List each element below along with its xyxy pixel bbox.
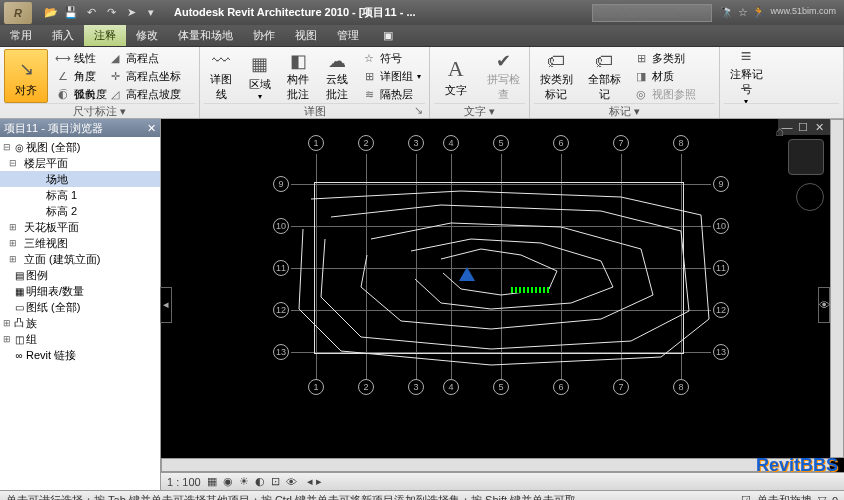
status-hint: 单击可进行选择；按 Tab 键并单击可选择其他项目；按 Ctrl 键并单击可将新… xyxy=(6,493,576,500)
region-button[interactable]: ▦区域▾ xyxy=(243,49,278,103)
qat-dropdown-icon[interactable]: ▾ xyxy=(142,4,160,22)
grid-bubble: 8 xyxy=(673,135,689,151)
dim-aligned-icon: ↘ xyxy=(12,55,40,83)
qat-cursor-icon[interactable]: ➤ xyxy=(122,4,140,22)
view-control-bar: 1 : 100 ▦ ◉ ☀ ◐ ⊡ 👁 ◂ ▸ xyxy=(161,472,844,490)
views-icon: ◎ xyxy=(12,141,26,153)
qat-save-icon[interactable]: 💾 xyxy=(62,4,80,22)
tab-home[interactable]: 常用 xyxy=(0,25,42,46)
dim-linear-button[interactable]: ⟷线性 xyxy=(52,49,100,67)
dim-arclen-button[interactable]: ⌒弧长度 xyxy=(52,85,111,103)
nav-left-handle[interactable]: ◂ xyxy=(160,287,172,323)
grp-icon: ◫ xyxy=(12,333,26,345)
grid-bubble: 12 xyxy=(273,302,289,318)
grid-bubble: 2 xyxy=(358,135,374,151)
spot-elev-icon: ◢ xyxy=(108,51,122,65)
status-bar: 单击可进行选择；按 Tab 键并单击可选择其他项目；按 Ctrl 键并单击可将新… xyxy=(0,490,844,500)
scale-label[interactable]: 1 : 100 xyxy=(167,476,201,488)
help-search-input[interactable] xyxy=(592,4,712,22)
tab-view[interactable]: 视图 xyxy=(285,25,327,46)
detail-level-icon[interactable]: ▦ xyxy=(207,475,217,488)
filter-icon[interactable]: ▽ xyxy=(818,494,826,500)
window-title: Autodesk Revit Architecture 2010 - [项目11… xyxy=(174,5,416,20)
tree-site: 场地 xyxy=(0,171,160,187)
grid-bubble: 11 xyxy=(273,260,289,276)
drawing-view[interactable]: — ☐ ✕ ▾ ⌂ xyxy=(161,119,844,490)
press-drag-icon[interactable]: ☑ xyxy=(741,494,751,500)
man-icon[interactable]: 🏃 xyxy=(752,6,766,19)
insulation-button[interactable]: ≋隔热层 xyxy=(358,85,425,103)
title-utilities: 🔭 ☆ 🏃 www.51bim.com xyxy=(712,6,844,19)
grid-bubble: 11 xyxy=(713,260,729,276)
tag-bycat-button[interactable]: 🏷按类别 标记 xyxy=(534,49,578,103)
shadow-icon[interactable]: ◐ xyxy=(255,475,265,488)
qat-redo-icon[interactable]: ↷ xyxy=(102,4,120,22)
nav-arrows[interactable]: ◂ ▸ xyxy=(307,475,322,488)
sun-icon[interactable]: ☀ xyxy=(239,475,249,488)
hide-icon[interactable]: 👁 xyxy=(286,476,297,488)
tree-views-root: ⊟◎视图 (全部) xyxy=(0,139,160,155)
tab-insert[interactable]: 插入 xyxy=(42,25,84,46)
crop-icon[interactable]: ⊡ xyxy=(271,475,280,488)
tab-collab[interactable]: 协作 xyxy=(243,25,285,46)
grid-bubble: 6 xyxy=(553,379,569,395)
visual-style-icon[interactable]: ◉ xyxy=(223,475,233,488)
topography xyxy=(161,119,841,459)
grid-bubble: 5 xyxy=(493,135,509,151)
scroll-vertical[interactable] xyxy=(830,119,844,458)
tree-floorplans: ⊟楼层平面 xyxy=(0,155,160,171)
comm-icon[interactable]: ☆ xyxy=(738,6,748,19)
tag-all-button[interactable]: 🏷全部标记 xyxy=(582,49,626,103)
viewref-button: ◎视图参照 xyxy=(630,85,700,103)
spellcheck-button: ✔拼写检查 xyxy=(482,49,526,103)
tab-extra-icon[interactable]: ▣ xyxy=(369,25,407,46)
tab-modify[interactable]: 修改 xyxy=(126,25,168,46)
symbol-button[interactable]: ☆符号 xyxy=(358,49,425,67)
grid-bubble: 7 xyxy=(613,379,629,395)
app-icon[interactable]: R xyxy=(4,2,32,24)
tab-massing[interactable]: 体量和场地 xyxy=(168,25,243,46)
panel-text-label[interactable]: 文字 ▾ xyxy=(464,105,495,117)
grid-bubble: 13 xyxy=(713,344,729,360)
browser-title: 项目11 - 项目浏览器 xyxy=(4,121,103,136)
tree-groups: ⊞◫组 xyxy=(0,331,160,347)
browser-tree[interactable]: ⊟◎视图 (全部) ⊟楼层平面 场地 标高 1 标高 2 ⊞天花板平面 ⊞三维视… xyxy=(0,137,160,490)
binoculars-icon[interactable]: 🔭 xyxy=(720,6,734,19)
component-button[interactable]: ◧构件 批注 xyxy=(281,49,316,103)
qat-undo-icon[interactable]: ↶ xyxy=(82,4,100,22)
dim-aligned-button[interactable]: ↘对齐 xyxy=(4,49,48,103)
tree-legend: ▤图例 xyxy=(0,267,160,283)
quick-access-toolbar: 📂 💾 ↶ ↷ ➤ ▾ xyxy=(36,4,166,22)
grid-bubble: 3 xyxy=(408,379,424,395)
status-right-text: 单击和拖拽 xyxy=(757,493,812,500)
material-button[interactable]: ◨材质 xyxy=(630,67,700,85)
tree-level1: 标高 1 xyxy=(0,187,160,203)
spot-coord-button[interactable]: ✛高程点坐标 xyxy=(104,67,185,85)
text-button[interactable]: A文字 xyxy=(434,49,478,103)
qat-open-icon[interactable]: 📂 xyxy=(42,4,60,22)
spot-elev-button[interactable]: ◢高程点 xyxy=(104,49,185,67)
status-val: 0 xyxy=(832,495,838,501)
keynote-button[interactable]: ≡注释记号▾ xyxy=(724,49,768,103)
component-icon: ◧ xyxy=(284,50,312,72)
panel-tag-label[interactable]: 标记 ▾ xyxy=(609,105,640,117)
grid-bubble: 5 xyxy=(493,379,509,395)
dim-angle-button[interactable]: ∠角度 xyxy=(52,67,100,85)
angle-icon: ∠ xyxy=(56,69,70,83)
grid-bubble: 9 xyxy=(713,176,729,192)
scroll-horizontal[interactable] xyxy=(161,458,830,472)
canvas[interactable]: 1122334455667788991010111112121313 xyxy=(161,119,844,472)
browser-close-icon[interactable]: ✕ xyxy=(147,122,156,135)
nav-right-handle[interactable]: 👁 xyxy=(818,287,830,323)
cloud-button[interactable]: ☁云线 批注 xyxy=(320,49,355,103)
detail-group-button[interactable]: ⊞详图组 ▾ xyxy=(358,67,425,85)
tab-annotate[interactable]: 注释 xyxy=(84,25,126,46)
detail-line-button[interactable]: 〰详图 线 xyxy=(204,49,239,103)
panel-expand-icon[interactable]: ↘ xyxy=(414,104,423,117)
ribbon-tabs: 常用 插入 注释 修改 体量和场地 协作 视图 管理 ▣ xyxy=(0,25,844,47)
tab-manage[interactable]: 管理 xyxy=(327,25,369,46)
detail-line-icon: 〰 xyxy=(207,51,235,72)
panel-dim-label[interactable]: 尺寸标注 ▾ xyxy=(73,105,126,117)
material-icon: ◨ xyxy=(634,69,648,83)
multi-cat-button[interactable]: ⊞多类别 xyxy=(630,49,700,67)
